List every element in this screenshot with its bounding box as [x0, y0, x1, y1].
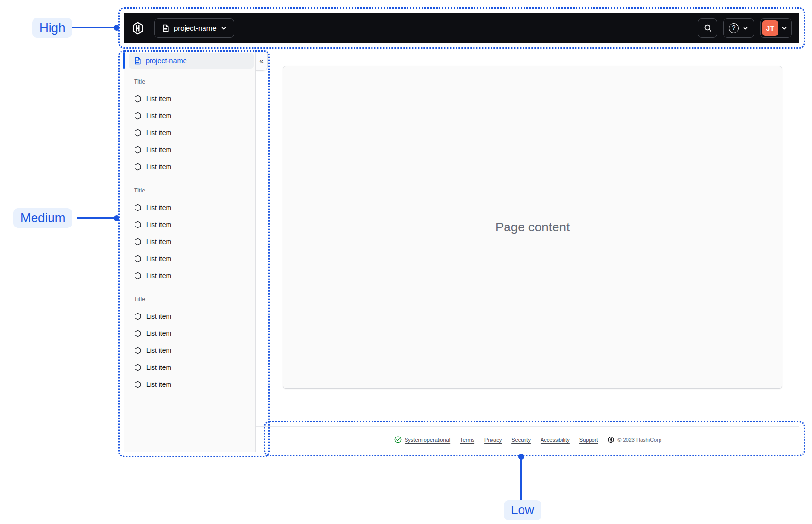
hexagon-icon — [134, 238, 142, 245]
file-text-icon — [134, 57, 142, 65]
hexagon-icon — [134, 163, 142, 171]
file-text-icon — [162, 24, 169, 32]
list-item-label: List item — [146, 255, 171, 262]
help-menu-button[interactable]: ? — [723, 18, 754, 38]
sidebar-section-title: Title — [124, 187, 255, 194]
list-item-label: List item — [146, 347, 171, 354]
help-icon: ? — [729, 23, 739, 33]
list-item-label: List item — [146, 163, 171, 171]
sidebar-list-item[interactable]: List item — [124, 90, 255, 107]
sidebar-list-item[interactable]: List item — [124, 250, 255, 267]
sidebar-list-item[interactable]: List item — [124, 141, 255, 158]
sidebar-project-label: project-name — [146, 57, 187, 65]
hexagon-icon — [134, 204, 142, 211]
sidebar-list-item[interactable]: List item — [124, 359, 255, 376]
sidebar-list-item[interactable]: List item — [124, 199, 255, 216]
sidebar-section-title: Title — [124, 78, 255, 86]
project-switcher-label: project-name — [174, 24, 217, 32]
search-button[interactable] — [698, 18, 717, 38]
connector-line-high — [70, 27, 116, 28]
hexagon-icon — [134, 255, 142, 262]
hashicorp-logo-icon — [132, 22, 144, 35]
connector-line-low — [520, 457, 522, 500]
sidebar-list-item[interactable]: List item — [124, 216, 255, 233]
label-medium-density: Medium — [13, 208, 72, 228]
list-item-label: List item — [146, 330, 171, 337]
system-status-label: System operational — [405, 437, 450, 443]
search-icon — [704, 24, 712, 32]
hexagon-icon — [134, 112, 142, 120]
sidebar-list-item[interactable]: List item — [124, 107, 255, 124]
topnav-actions: ? JT — [698, 18, 792, 38]
chevron-down-icon — [743, 25, 748, 31]
list-item-label: List item — [146, 129, 171, 137]
label-high-density: High — [32, 18, 72, 38]
user-avatar: JT — [762, 20, 778, 36]
list-item-label: List item — [146, 272, 171, 279]
list-item-label: List item — [146, 95, 171, 103]
hexagon-icon — [134, 272, 142, 279]
label-low-density: Low — [504, 500, 541, 520]
list-item-label: List item — [146, 238, 171, 245]
footer-link-terms[interactable]: Terms — [460, 437, 474, 443]
footer-link-security[interactable]: Security — [511, 437, 531, 443]
sidebar-collapse-button[interactable]: « — [256, 50, 268, 71]
chevron-down-icon — [781, 25, 787, 31]
page-content-placeholder: Page content — [283, 66, 782, 389]
connector-dot-medium — [114, 215, 119, 221]
sidebar-list-item[interactable]: List item — [124, 124, 255, 141]
system-status-link[interactable]: System operational — [394, 436, 450, 443]
list-item-label: List item — [146, 204, 171, 211]
hexagon-icon — [134, 381, 142, 388]
sidebar: project-name TitleList itemList itemList… — [124, 50, 256, 452]
footer-link-accessibility[interactable]: Accessibility — [541, 437, 570, 443]
chevron-down-icon — [221, 25, 227, 31]
annotated-screenshot: project-name ? — [0, 0, 812, 524]
top-navigation-bar: project-name ? — [124, 13, 799, 43]
active-item-indicator — [123, 52, 125, 69]
sidebar-list-item[interactable]: List item — [124, 158, 255, 175]
hexagon-icon — [134, 313, 142, 320]
hexagon-icon — [134, 347, 142, 354]
sidebar-list-item[interactable]: List item — [124, 233, 255, 250]
collapse-icon: « — [259, 56, 263, 65]
hashicorp-logo-icon — [608, 437, 614, 443]
list-item-label: List item — [146, 313, 171, 320]
copyright-text: © 2023 HashiCorp — [617, 437, 661, 443]
sidebar-list-item[interactable]: List item — [124, 325, 255, 342]
check-circle-icon — [394, 436, 402, 443]
hexagon-icon — [134, 146, 142, 154]
hexagon-icon — [134, 129, 142, 137]
hexagon-icon — [134, 95, 142, 103]
user-menu-button[interactable]: JT — [760, 18, 792, 38]
sidebar-sections: TitleList itemList itemList itemList ite… — [124, 69, 255, 393]
footer-copyright: © 2023 HashiCorp — [608, 437, 661, 443]
connector-line-medium — [77, 217, 116, 219]
sidebar-section-title: Title — [124, 296, 255, 303]
connector-dot-low — [518, 454, 524, 460]
sidebar-project-item[interactable]: project-name — [129, 53, 254, 69]
page-content-label: Page content — [495, 220, 570, 235]
footer-link-support[interactable]: Support — [579, 437, 598, 443]
hexagon-icon — [134, 330, 142, 337]
hexagon-icon — [134, 221, 142, 228]
sidebar-list-item[interactable]: List item — [124, 376, 255, 393]
sidebar-list-item[interactable]: List item — [124, 308, 255, 325]
list-item-label: List item — [146, 364, 171, 371]
list-item-label: List item — [146, 381, 171, 388]
list-item-label: List item — [146, 112, 171, 120]
sidebar-list-item[interactable]: List item — [124, 267, 255, 284]
footer-link-privacy[interactable]: Privacy — [484, 437, 502, 443]
project-switcher-button[interactable]: project-name — [154, 18, 234, 38]
sidebar-list-item[interactable]: List item — [124, 342, 255, 359]
list-item-label: List item — [146, 146, 171, 154]
connector-dot-high — [114, 25, 119, 31]
hexagon-icon — [134, 364, 142, 371]
app-footer: System operational TermsPrivacySecurityA… — [256, 427, 799, 453]
list-item-label: List item — [146, 221, 171, 228]
